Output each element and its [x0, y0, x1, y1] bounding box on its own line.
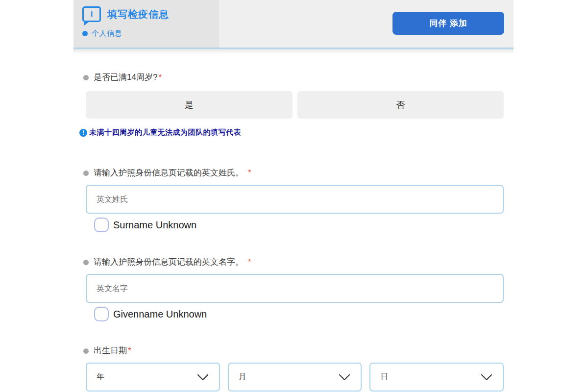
- month-select[interactable]: 月: [228, 363, 362, 392]
- bullet-icon: [83, 75, 89, 80]
- day-select-value: 日: [380, 372, 388, 382]
- chevron-down-icon: [481, 374, 492, 380]
- header-right-area: 同伴 添加: [219, 0, 514, 48]
- surname-unknown-checkbox[interactable]: [94, 218, 109, 232]
- info-icon: !: [79, 129, 87, 137]
- question-surname-label: 请输入护照身份信息页记载的英文姓氏。: [94, 167, 244, 179]
- blue-dot-icon: [82, 31, 88, 36]
- surname-unknown-label: Surname Unknown: [113, 220, 196, 231]
- add-companion-button[interactable]: 同伴 添加: [392, 12, 504, 35]
- givenname-unknown-checkbox[interactable]: [94, 307, 109, 321]
- givenname-unknown-label: Givenname Unknown: [113, 309, 207, 320]
- section-indicator-row: 个人信息: [82, 29, 219, 38]
- age-note-row: ! 未满十四周岁的儿童无法成为团队的填写代表: [79, 128, 514, 137]
- bullet-icon: [83, 348, 89, 354]
- form-body: 是否已满14周岁? * 是 否 ! 未满十四周岁的儿童无法成为团队的填写代表 请…: [74, 72, 514, 392]
- question-birthdate: 出生日期 *: [83, 345, 514, 357]
- chevron-down-icon: [197, 374, 208, 380]
- quarantine-form-page: i 填写检疫信息 个人信息 同伴 添加 是否已满14周岁? *: [0, 0, 588, 392]
- header-title-row: i 填写检疫信息: [82, 6, 219, 22]
- required-asterisk: *: [158, 72, 162, 83]
- question-surname: 请输入护照身份信息页记载的英文姓氏。 *: [83, 167, 514, 179]
- question-givenname: 请输入护照身份信息页记载的英文名字。 *: [83, 256, 514, 268]
- header-tab-quarantine-info: i 填写检疫信息 个人信息: [74, 0, 219, 48]
- birthdate-select-group: 年 月 日: [86, 363, 504, 392]
- form-content: i 填写检疫信息 个人信息 同伴 添加 是否已满14周岁? *: [74, 0, 514, 392]
- required-asterisk: *: [248, 256, 251, 268]
- yes-no-button-group: 是 否: [86, 91, 504, 119]
- month-select-value: 月: [239, 372, 246, 382]
- givenname-input[interactable]: [86, 274, 504, 303]
- surname-input[interactable]: [86, 185, 504, 214]
- page-title: 填写检疫信息: [107, 8, 169, 21]
- yes-button[interactable]: 是: [86, 91, 293, 119]
- required-asterisk: *: [128, 345, 131, 357]
- question-givenname-label: 请输入护照身份信息页记载的英文名字。: [94, 256, 244, 268]
- year-select[interactable]: 年: [86, 363, 220, 392]
- section-personal-info-label: 个人信息: [92, 29, 122, 38]
- year-select-value: 年: [97, 372, 104, 382]
- bullet-icon: [83, 260, 89, 265]
- speech-bubble-info-icon: i: [82, 6, 101, 22]
- question-age-label: 是否已满14周岁?: [94, 72, 157, 83]
- required-asterisk: *: [248, 167, 251, 179]
- question-age: 是否已满14周岁? *: [83, 72, 514, 83]
- no-button[interactable]: 否: [297, 91, 504, 119]
- chevron-down-icon: [339, 374, 350, 380]
- age-note-text: 未满十四周岁的儿童无法成为团队的填写代表: [89, 128, 241, 137]
- bullet-icon: [83, 171, 89, 176]
- surname-unknown-row: Surname Unknown: [94, 218, 514, 232]
- givenname-unknown-row: Givenname Unknown: [94, 307, 514, 321]
- header-shadow: [74, 49, 514, 54]
- question-birthdate-label: 出生日期: [94, 345, 127, 357]
- form-header: i 填写检疫信息 个人信息 同伴 添加: [74, 0, 514, 48]
- day-select[interactable]: 日: [369, 363, 504, 392]
